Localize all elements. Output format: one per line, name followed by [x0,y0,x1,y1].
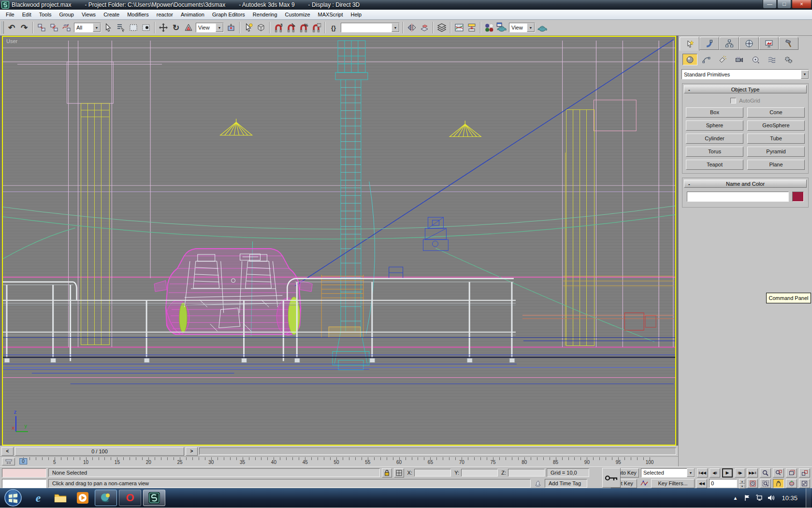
viewport-user[interactable]: z x y User [2,36,676,446]
pan-view-icon[interactable] [773,479,784,488]
play-button[interactable]: ▶ [722,468,733,478]
select-and-manipulate-icon[interactable] [242,21,255,34]
select-object-icon[interactable] [102,21,115,34]
trackbar-tick[interactable]: 70 [459,460,464,465]
next-frame-button[interactable]: > [186,447,198,456]
category-cameras[interactable] [732,54,747,65]
trackbar-tick[interactable]: 10 [83,460,88,465]
category-space-warps[interactable] [765,54,780,65]
torus-button[interactable]: Torus [686,147,743,157]
category-helpers[interactable] [748,54,763,65]
name-and-color-header[interactable]: - Name and Color [684,179,807,188]
teapot-button[interactable]: Teapot [686,160,743,170]
frame-spinner[interactable]: ▲▼ [739,479,745,488]
render-setup-icon[interactable] [495,21,508,34]
trackbar-tick[interactable]: 25 [177,460,182,465]
sphere-button[interactable]: Sphere [686,120,743,131]
mini-curve-editor-button[interactable] [2,458,15,465]
taskbar-app-opera[interactable]: O [119,490,141,506]
material-editor-icon[interactable] [483,21,495,34]
trackbar-tick[interactable]: 50 [334,460,339,465]
snap-toggle-icon[interactable]: 3 [272,21,285,34]
category-geometry[interactable] [682,54,697,65]
key-filters-button[interactable]: Key Filters... [651,479,695,488]
toolbar-grip[interactable] [1,21,4,34]
menu-tools[interactable]: Tools [35,10,56,19]
use-pivot-point-icon[interactable] [225,21,237,34]
edit-named-selection-sets-icon[interactable]: {} [327,21,340,34]
key-mode-arrow[interactable]: ▼ [687,468,695,477]
object-color-swatch[interactable] [792,192,804,202]
go-to-start-button[interactable]: ‖◀◀ [697,468,708,478]
menu-customize[interactable]: Customize [281,10,314,19]
internet-explorer-icon[interactable]: e [31,491,45,505]
set-keys-key-icon[interactable] [602,468,621,488]
keyboard-shortcut-override-icon[interactable] [255,21,267,34]
select-by-name-icon[interactable] [115,21,127,34]
menu-maxscript[interactable]: MAXScript [314,10,347,19]
selection-lock-icon[interactable] [382,468,392,478]
show-desktop-button[interactable] [806,488,811,508]
menu-create[interactable]: Create [100,10,123,19]
trackbar-tick[interactable]: 35 [240,460,245,465]
unlink-selection-icon[interactable] [48,21,60,34]
region-zoom-icon[interactable] [760,479,771,488]
window-crossing-toggle-icon[interactable] [140,21,152,34]
trackbar-tick[interactable]: 60 [396,460,402,465]
taskbar-clock[interactable]: 10:35 [782,494,798,502]
trackbar-tick[interactable]: 15 [115,460,120,465]
tray-chevron-icon[interactable]: ▲ [731,494,739,502]
named-selection-sets-arrow[interactable]: ▼ [392,23,399,32]
trackbar-tick[interactable]: 100 [646,460,654,465]
next-frame-button[interactable]: ‖▶ [735,468,745,478]
plane-button[interactable]: Plane [747,160,805,170]
select-and-scale-icon[interactable] [182,21,195,34]
layer-manager-icon[interactable] [435,21,448,34]
redo-icon[interactable]: ↷ [18,21,30,34]
trackbar-tick[interactable]: 80 [522,460,527,465]
tab-modify[interactable] [699,37,719,50]
reference-coordinate-dropdown[interactable]: View ▼ [196,23,224,32]
trackbar-tick[interactable]: 90 [584,460,590,465]
named-selection-sets-dropdown[interactable]: ▼ [341,23,400,32]
object-name-input[interactable] [687,192,789,202]
maximize-button[interactable]: □ [777,0,791,9]
mirror-icon[interactable] [406,21,418,34]
category-lights[interactable] [715,54,730,65]
category-systems[interactable] [781,54,796,65]
schematic-view-icon[interactable] [465,21,478,34]
tube-button[interactable]: Tube [747,134,805,144]
current-frame-input[interactable] [709,479,737,488]
menu-views[interactable]: Views [78,10,100,19]
track-bar[interactable]: 0510152025303540455055606570758085909510… [0,456,678,466]
add-time-tag[interactable]: Add Time Tag [545,479,587,488]
rectangular-selection-region-icon[interactable] [127,21,140,34]
box-button[interactable]: Box [686,107,743,118]
close-button[interactable]: × [792,0,812,9]
viewport-label[interactable]: User [6,38,17,44]
menu-edit[interactable]: Edit [18,10,35,19]
time-slider-track[interactable] [199,448,676,455]
tab-hierarchy[interactable] [719,37,739,50]
previous-frame-button[interactable]: ◀‖ [710,468,720,478]
primitives-category-arrow[interactable]: ▼ [801,70,809,79]
curve-editor-icon[interactable] [453,21,465,34]
network-icon[interactable] [755,494,763,502]
go-to-end-button[interactable]: ▶▶‖ [747,468,758,478]
trackbar-tick[interactable]: 95 [616,460,621,465]
menu-reactor[interactable]: reactor [153,10,177,19]
autogrid-checkbox[interactable] [730,98,736,104]
trackbar-tick[interactable]: 65 [428,460,433,465]
trackbar-tick[interactable]: 40 [271,460,276,465]
tab-create[interactable] [680,37,699,51]
volume-icon[interactable] [768,494,775,502]
time-configuration-icon[interactable] [747,479,758,488]
zoom-all-icon[interactable] [773,468,784,478]
select-and-move-icon[interactable] [157,21,170,34]
undo-icon[interactable]: ↶ [5,21,18,34]
trackbar-tick[interactable]: 0 [19,458,27,464]
reference-coordinate-arrow[interactable]: ▼ [216,23,223,32]
zoom-icon[interactable] [760,468,771,478]
y-coordinate-input[interactable] [461,469,498,477]
taskbar-app-3dsmax[interactable] [143,490,165,506]
